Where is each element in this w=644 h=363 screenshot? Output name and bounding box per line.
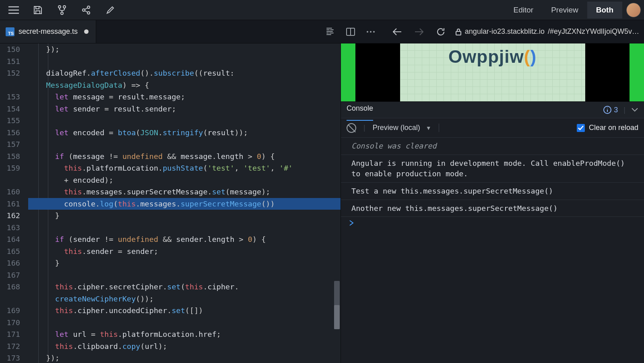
line-number: 153 xyxy=(0,91,20,103)
preview-pane: Owppjiw() Console 3 | xyxy=(341,43,644,363)
line-number: 160 xyxy=(0,186,20,198)
more-icon[interactable] xyxy=(363,25,378,39)
line-number: 169 xyxy=(0,305,20,317)
line-number: 154 xyxy=(0,103,20,115)
line-number: 163 xyxy=(0,222,20,234)
code-line[interactable]: this.platformLocation.pushState('test', … xyxy=(28,162,341,174)
code-lines[interactable]: }); dialogRef.afterClosed().subscribe((r… xyxy=(27,43,341,363)
code-line[interactable]: this.sender = sender; xyxy=(28,245,341,258)
code-line[interactable]: if (message != undefined && message.leng… xyxy=(28,151,341,163)
code-line[interactable]: this.messages.superSecretMessage.set(mes… xyxy=(28,186,341,198)
preview-left-bar xyxy=(341,43,355,101)
line-number: 157 xyxy=(0,138,20,151)
lock-icon xyxy=(455,28,462,35)
code-line[interactable]: this.clipboard.copy(url); xyxy=(28,340,341,353)
view-tab-both[interactable]: Both xyxy=(587,2,622,19)
console-count: 3 xyxy=(614,106,618,114)
line-number: 166 xyxy=(0,257,20,269)
code-line[interactable]: this.cipher.secretCipher.set(this.cipher… xyxy=(28,281,341,293)
code-line[interactable]: if (sender != undefined && sender.length… xyxy=(28,233,341,245)
pencil-icon[interactable] xyxy=(103,3,118,17)
url-bar[interactable]: angular-io23.stackblitz.io/#eyJtZXNzYWdl… xyxy=(455,27,639,36)
line-number: 152 xyxy=(0,67,20,79)
code-line[interactable]: this.cipher.uncodedCipher.set([]) xyxy=(28,305,341,317)
check-icon xyxy=(577,124,585,132)
code-line[interactable]: MessageDialogData) => { xyxy=(28,79,341,91)
preview-right-bar xyxy=(630,43,644,101)
split-editor-icon[interactable] xyxy=(343,25,358,39)
svg-point-8 xyxy=(370,31,372,33)
caret-down-icon: ▼ xyxy=(426,125,431,131)
code-line[interactable]: let sender = result.sender; xyxy=(28,103,341,115)
code-line[interactable]: + encoded); xyxy=(28,174,341,186)
code-line[interactable]: console.log(this.messages.superSecretMes… xyxy=(28,198,341,210)
code-line[interactable] xyxy=(28,115,341,127)
clear-console-icon[interactable] xyxy=(347,123,356,133)
tab-bar: TS secret-message.ts xyxy=(0,20,644,43)
code-line[interactable] xyxy=(28,317,341,329)
line-number xyxy=(0,293,20,305)
back-icon[interactable] xyxy=(390,25,405,39)
console-log-entry: Console was cleared xyxy=(341,138,644,155)
editor-scrollbar[interactable] xyxy=(333,43,341,363)
editor-pane: 1501511521531541551561571581591601611621… xyxy=(0,43,341,363)
code-line[interactable] xyxy=(28,269,341,281)
clear-on-reload-toggle[interactable]: Clear on reload xyxy=(577,124,638,132)
console-scope-select[interactable]: Preview (local) ▼ xyxy=(373,124,439,132)
line-number: 156 xyxy=(0,127,20,139)
code-line[interactable]: dialogRef.afterClosed().subscribe((resul… xyxy=(28,67,341,79)
preview-viewport[interactable]: Owppjiw() xyxy=(341,43,644,101)
line-number: 173 xyxy=(0,352,20,363)
code-line[interactable] xyxy=(28,138,341,151)
avatar[interactable] xyxy=(626,3,641,17)
share-icon[interactable] xyxy=(79,3,93,17)
console-body[interactable]: Console was clearedAngular is running in… xyxy=(341,138,644,363)
preview-card: Owppjiw() xyxy=(400,43,585,101)
ts-file-icon: TS xyxy=(6,27,14,36)
code-line[interactable]: createNewCipherKey()); xyxy=(28,293,341,305)
code-line[interactable] xyxy=(28,56,341,68)
line-number: 172 xyxy=(0,340,20,353)
view-tab-preview[interactable]: Preview xyxy=(542,2,587,19)
svg-point-4 xyxy=(87,6,90,8)
forward-icon xyxy=(412,25,426,39)
line-number: 168 xyxy=(0,281,20,293)
save-icon[interactable] xyxy=(31,3,45,17)
fork-icon[interactable] xyxy=(55,3,69,17)
console-header: Console 3 | xyxy=(341,101,644,118)
code-line[interactable]: let encoded = btoa(JSON.stringify(result… xyxy=(28,127,341,139)
code-line[interactable]: let message = result.message; xyxy=(28,91,341,103)
code-area[interactable]: 1501511521531541551561571581591601611621… xyxy=(0,43,341,363)
code-line[interactable]: let url = this.platformLocation.href; xyxy=(28,328,341,340)
console-prompt[interactable] xyxy=(341,217,644,229)
code-line[interactable]: } xyxy=(28,257,341,269)
svg-point-5 xyxy=(87,12,90,14)
code-line[interactable]: } xyxy=(28,210,341,222)
line-number: 151 xyxy=(0,56,20,68)
url-host: angular-io23.stackblitz.io xyxy=(465,27,545,36)
reload-icon[interactable] xyxy=(433,25,448,39)
line-number: 155 xyxy=(0,115,20,127)
svg-point-3 xyxy=(83,9,85,11)
line-gutter: 1501511521531541551561571581591601611621… xyxy=(0,43,27,363)
info-icon xyxy=(603,106,611,114)
prettier-icon[interactable] xyxy=(323,25,338,39)
line-number: 165 xyxy=(0,245,20,258)
dirty-indicator-icon xyxy=(84,29,89,34)
scrollbar-viewport[interactable] xyxy=(334,305,340,329)
console-log-entry: Angular is running in development mode. … xyxy=(341,155,644,183)
line-number xyxy=(0,174,20,186)
file-tab[interactable]: TS secret-message.ts xyxy=(0,20,96,43)
url-rest: /#eyJtZXNzYWdlIjoiQW5v… xyxy=(548,27,639,36)
menu-icon[interactable] xyxy=(6,3,21,17)
view-tab-editor[interactable]: Editor xyxy=(505,2,543,19)
code-line[interactable] xyxy=(28,222,341,234)
code-line[interactable]: }); xyxy=(28,352,341,363)
code-line[interactable]: }); xyxy=(28,43,341,56)
console-info-badge[interactable]: 3 xyxy=(603,106,618,114)
console-tab[interactable]: Console xyxy=(347,104,373,116)
line-number: 159 xyxy=(0,162,20,174)
chevron-down-icon[interactable] xyxy=(631,107,638,112)
svg-rect-10 xyxy=(456,31,461,35)
console-controls: | Preview (local) ▼ Clear on reload xyxy=(341,118,644,138)
